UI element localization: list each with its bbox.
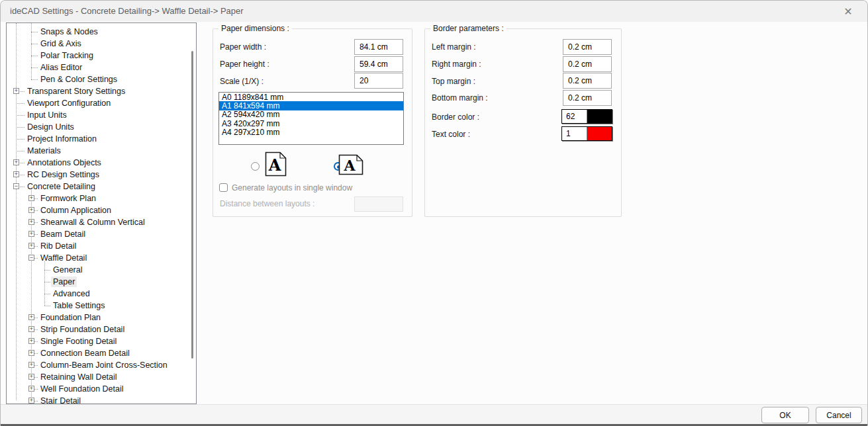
distance-between-layouts-label: Distance between layouts :	[220, 199, 314, 208]
paper-size-option[interactable]: A0 1189x841 mm	[219, 93, 403, 101]
border-parameters-legend: Border parameters :	[430, 24, 506, 33]
expand-icon[interactable]: +	[13, 88, 19, 94]
expand-icon[interactable]: +	[28, 207, 34, 213]
tree-item[interactable]: + Annotations Objects	[7, 157, 196, 169]
tree-item-label: Strip Foundation Detail	[38, 324, 126, 335]
tree-item-label: Formwork Plan	[38, 193, 98, 204]
tree-item-label: Beam Detail	[38, 229, 87, 239]
tree-item-label: Single Footing Detail	[38, 336, 119, 347]
expand-icon[interactable]: +	[28, 338, 34, 344]
expand-icon[interactable]: +	[13, 171, 19, 177]
expand-icon[interactable]: +	[28, 374, 34, 380]
expand-icon[interactable]: +	[28, 350, 34, 356]
bottom-margin-input[interactable]	[563, 90, 612, 106]
paper-width-input[interactable]	[354, 39, 403, 55]
tree-item-label: Pen & Color Settings	[38, 74, 119, 85]
expand-icon[interactable]: +	[28, 195, 34, 201]
expand-icon[interactable]: +	[28, 219, 34, 225]
tree-item-label: Project Information	[25, 134, 99, 144]
tree-item[interactable]: + Rib Detail	[7, 240, 196, 252]
portrait-radio[interactable]	[251, 162, 260, 171]
tree-item[interactable]: + Transparent Story Settings	[7, 85, 196, 97]
expand-icon[interactable]: +	[28, 362, 34, 368]
tree-item-label: Well Foundation Detail	[38, 384, 126, 394]
expand-icon[interactable]: +	[28, 398, 34, 404]
paper-height-input[interactable]	[354, 56, 403, 72]
tree-item[interactable]: + Retaining Wall Detail	[7, 371, 196, 383]
top-margin-input[interactable]	[563, 73, 612, 89]
tree-item[interactable]: + Shearwall & Column Vertical	[7, 216, 196, 228]
expand-icon[interactable]: +	[28, 386, 34, 392]
tree-item[interactable]: + Column Application	[7, 204, 196, 216]
tree-item[interactable]: Input Units	[7, 109, 196, 121]
tree-item-label: Alias Editor	[38, 62, 84, 73]
ok-button[interactable]: OK	[761, 407, 809, 423]
tree-item-label: Column Application	[38, 205, 113, 216]
tree-item[interactable]: Grid & Axis	[7, 38, 196, 50]
tree-item[interactable]: Viewport Configuration	[7, 97, 196, 109]
tree-item[interactable]: + Formwork Plan	[7, 192, 196, 204]
expand-icon[interactable]: +	[28, 326, 34, 332]
text-color-picker[interactable]: 1	[561, 126, 612, 141]
text-color-index: 1	[562, 127, 587, 140]
landscape-page-icon[interactable]: A	[338, 154, 363, 175]
paper-size-option[interactable]: A4 297x210 mm	[219, 128, 403, 137]
tree-item[interactable]: Polar Tracking	[7, 50, 196, 62]
tree-item-label: Design Units	[25, 122, 76, 132]
tree-item[interactable]: Design Units	[7, 121, 196, 133]
close-icon[interactable]: ✕	[837, 3, 859, 19]
paper-size-listbox[interactable]: A0 1189x841 mmA1 841x594 mmA2 594x420 mm…	[218, 92, 404, 145]
tree-item-label: Polar Tracking	[38, 50, 95, 61]
paper-size-option[interactable]: A2 594x420 mm	[219, 110, 403, 119]
expand-icon[interactable]: +	[28, 243, 34, 249]
scale-input[interactable]	[354, 73, 403, 89]
expand-icon[interactable]: +	[13, 159, 19, 165]
left-margin-input[interactable]	[563, 39, 612, 55]
tree-item[interactable]: + Connection Beam Detail	[7, 347, 196, 359]
svg-text:A: A	[268, 155, 281, 175]
left-margin-label: Left margin :	[432, 42, 476, 52]
tree-item[interactable]: − Waffle Detail	[7, 252, 196, 264]
tree-item[interactable]: + Stair Detail	[7, 395, 196, 404]
right-margin-input[interactable]	[563, 56, 612, 72]
generate-layouts-checkbox[interactable]	[219, 183, 228, 192]
tree-item-label: Annotations Objects	[25, 157, 103, 168]
portrait-page-icon[interactable]: A	[265, 151, 287, 177]
paper-size-option[interactable]: A3 420x297 mm	[219, 119, 403, 128]
expand-icon[interactable]: −	[13, 183, 19, 189]
tree-item[interactable]: + Single Footing Detail	[7, 335, 196, 347]
tree-item[interactable]: Pen & Color Settings	[7, 73, 196, 85]
tree-item[interactable]: − Concrete Detailing	[7, 181, 196, 192]
tree-item[interactable]: + Foundation Plan	[7, 312, 196, 323]
cancel-button[interactable]: Cancel	[816, 407, 862, 423]
tree-item[interactable]: Paper	[7, 276, 196, 288]
expand-icon[interactable]: +	[28, 231, 34, 237]
border-color-label: Border color :	[432, 112, 479, 122]
tree-item[interactable]: + Beam Detail	[7, 228, 196, 240]
text-color-label: Text color :	[432, 130, 470, 139]
expand-icon[interactable]: −	[28, 255, 34, 261]
tree-item[interactable]: + RC Design Settings	[7, 169, 196, 181]
tree-item[interactable]: Snaps & Nodes	[7, 26, 196, 38]
tree-item-label: Foundation Plan	[38, 312, 103, 323]
tree-item[interactable]: General	[7, 264, 196, 276]
expand-icon[interactable]: +	[28, 314, 34, 320]
tree-item[interactable]: Table Settings	[7, 300, 196, 312]
tree-item[interactable]: Materials	[7, 145, 196, 157]
top-margin-label: Top margin :	[432, 77, 475, 86]
tree-item-label: RC Design Settings	[25, 169, 101, 180]
tree-item[interactable]: Project Information	[7, 133, 196, 145]
paper-width-label: Paper width :	[220, 42, 266, 52]
paper-size-option[interactable]: A1 841x594 mm	[219, 101, 403, 110]
text-color-swatch	[587, 127, 612, 140]
tree-item-label: Retaining Wall Detail	[38, 372, 119, 382]
tree-item[interactable]: Advanced	[7, 288, 196, 300]
tree-item-label: Snaps & Nodes	[38, 26, 100, 37]
tree-item[interactable]: + Column-Beam Joint Cross-Section	[7, 359, 196, 371]
border-color-picker[interactable]: 62	[561, 109, 612, 124]
tree-item[interactable]: + Well Foundation Detail	[7, 383, 196, 395]
settings-tree-panel: Snaps & Nodes Grid & Axis Polar Tracking…	[6, 22, 197, 404]
tree-item[interactable]: Alias Editor	[7, 62, 196, 73]
tree-scrollbar-thumb[interactable]	[191, 51, 193, 359]
tree-item[interactable]: + Strip Foundation Detail	[7, 323, 196, 335]
